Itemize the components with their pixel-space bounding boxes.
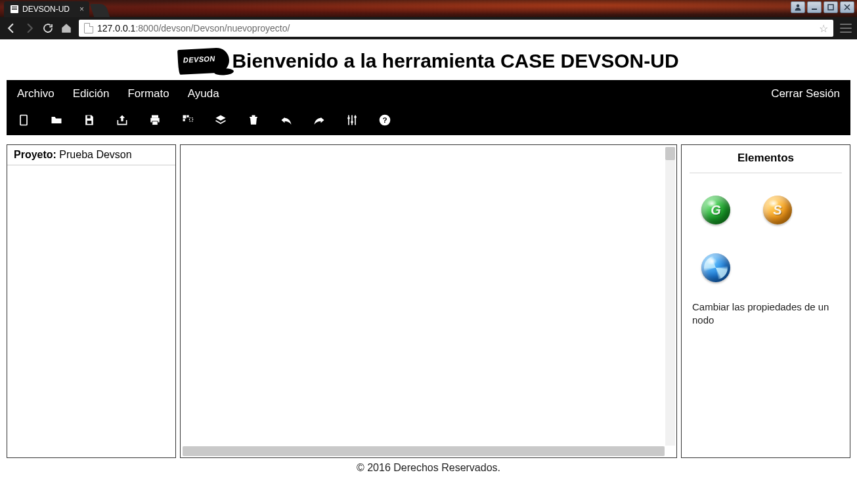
- settings-sliders-icon[interactable]: [345, 114, 359, 127]
- project-name: Prueba Devson: [59, 149, 131, 160]
- svg-rect-9: [183, 116, 187, 119]
- elements-hint: Cambiar las propiedades de un nodo: [690, 298, 842, 327]
- page-icon: [11, 5, 18, 13]
- app-bar: Archivo Edición Formato Ayuda Cerrar Ses…: [7, 80, 850, 135]
- open-folder-icon[interactable]: [50, 114, 63, 127]
- maximize-button[interactable]: [824, 1, 838, 13]
- toolbar: ?: [7, 108, 850, 135]
- svg-rect-17: [354, 116, 356, 118]
- elements-grid: G S: [690, 173, 842, 298]
- project-heading: Proyeto: Prueba Devson: [7, 145, 175, 165]
- tab-strip: DEVSON-UD ×: [0, 0, 108, 17]
- svg-rect-13: [252, 116, 255, 117]
- address-bar[interactable]: 127.0.0.1:8000/devson/Devson/nuevoproyec…: [79, 20, 833, 37]
- site-info-icon[interactable]: [84, 23, 93, 33]
- svg-rect-11: [183, 119, 185, 121]
- svg-point-0: [797, 5, 800, 8]
- forward-button[interactable]: [24, 22, 35, 34]
- work-area: Proyeto: Prueba Devson Elementos G S Cam…: [7, 144, 850, 458]
- devson-logo: [177, 47, 230, 75]
- menu-bar: Archivo Edición Formato Ayuda Cerrar Ses…: [7, 80, 850, 108]
- svg-rect-2: [828, 5, 833, 10]
- new-tab-button[interactable]: [90, 4, 110, 17]
- bookmark-star-icon[interactable]: ☆: [819, 22, 828, 35]
- svg-rect-8: [152, 121, 158, 125]
- svg-rect-14: [250, 117, 257, 118]
- svg-rect-15: [347, 117, 349, 119]
- vertical-scrollbar[interactable]: [665, 147, 675, 446]
- help-icon[interactable]: ?: [378, 114, 391, 127]
- save-icon[interactable]: [83, 114, 96, 127]
- layers-icon[interactable]: [214, 114, 227, 127]
- element-orange[interactable]: S: [763, 196, 792, 224]
- svg-rect-4: [87, 116, 91, 118]
- menu-edicion[interactable]: Edición: [73, 87, 110, 100]
- redo-icon[interactable]: [313, 114, 326, 127]
- undo-icon[interactable]: [280, 114, 293, 127]
- menu-archivo[interactable]: Archivo: [17, 87, 55, 100]
- scroll-thumb[interactable]: [183, 446, 665, 456]
- minimize-button[interactable]: [807, 1, 822, 13]
- svg-text:?: ?: [382, 116, 387, 124]
- svg-rect-16: [351, 121, 353, 123]
- page-header: Bienvenido a la herramienta CASE DEVSON-…: [0, 39, 857, 80]
- element-letter: S: [763, 196, 792, 224]
- close-window-button[interactable]: [840, 1, 854, 13]
- svg-rect-12: [190, 118, 193, 121]
- logout-link[interactable]: Cerrar Sesión: [771, 87, 840, 100]
- back-button[interactable]: [5, 22, 17, 34]
- swirl-icon: [704, 256, 728, 280]
- project-label: Proyeto:: [14, 149, 56, 160]
- tab-title: DEVSON-UD: [22, 5, 70, 14]
- element-green[interactable]: G: [701, 196, 730, 224]
- project-panel: Proyeto: Prueba Devson: [7, 144, 176, 458]
- elements-title: Elementos: [690, 150, 842, 173]
- new-file-icon[interactable]: [17, 114, 30, 127]
- url-text: 127.0.0.1:8000/devson/Devson/nuevoproyec…: [97, 23, 290, 33]
- page-footer: © 2016 Derechos Reservados.: [0, 458, 857, 478]
- canvas-area[interactable]: [180, 144, 677, 458]
- svg-rect-6: [152, 116, 158, 118]
- svg-rect-10: [187, 116, 188, 117]
- close-tab-icon[interactable]: ×: [79, 5, 84, 14]
- export-icon[interactable]: [116, 114, 129, 127]
- menu-ayuda[interactable]: Ayuda: [188, 87, 219, 100]
- home-button[interactable]: [60, 22, 72, 34]
- page-title: Bienvenido a la herramienta CASE DEVSON-…: [232, 50, 678, 72]
- menu-formato[interactable]: Formato: [127, 87, 169, 100]
- grid-snap-icon[interactable]: [181, 114, 194, 127]
- page: Bienvenido a la herramienta CASE DEVSON-…: [0, 39, 857, 478]
- element-letter: G: [701, 196, 730, 224]
- svg-rect-3: [20, 116, 27, 125]
- svg-rect-5: [87, 121, 92, 124]
- delete-icon[interactable]: [247, 114, 260, 127]
- window-titlebar: DEVSON-UD ×: [0, 0, 857, 17]
- reload-button[interactable]: [42, 22, 54, 34]
- element-blue[interactable]: [701, 253, 730, 282]
- browser-nav-row: 127.0.0.1:8000/devson/Devson/nuevoproyec…: [0, 17, 857, 39]
- print-icon[interactable]: [148, 114, 162, 127]
- elements-panel: Elementos G S Cambiar las propiedades de…: [681, 144, 850, 458]
- window-controls: [791, 1, 854, 13]
- scroll-thumb[interactable]: [665, 147, 675, 160]
- user-menu-button[interactable]: [791, 1, 805, 13]
- horizontal-scrollbar[interactable]: [183, 446, 665, 456]
- svg-rect-1: [812, 9, 817, 10]
- browser-menu-button[interactable]: [840, 24, 852, 33]
- browser-tab[interactable]: DEVSON-UD ×: [4, 1, 89, 17]
